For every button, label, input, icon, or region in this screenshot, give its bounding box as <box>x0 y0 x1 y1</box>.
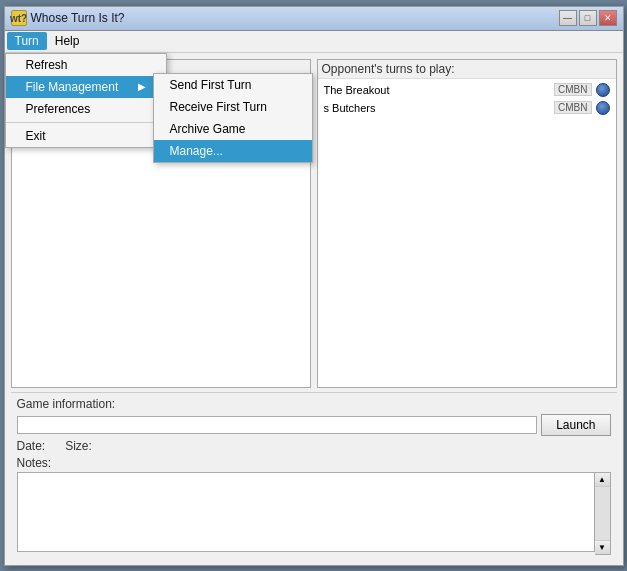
game-info-field[interactable] <box>17 416 538 434</box>
game-info-row: Game information: <box>17 397 611 411</box>
scroll-up-button[interactable]: ▲ <box>595 473 610 487</box>
minimize-button[interactable]: — <box>559 10 577 26</box>
size-label: Size: <box>65 439 92 453</box>
close-button[interactable]: ✕ <box>599 10 617 26</box>
game-row-2[interactable]: s Butchers CMBN <box>320 99 614 117</box>
window-title: Whose Turn Is It? <box>31 11 559 25</box>
launch-button[interactable]: Launch <box>541 414 610 436</box>
submenu-arrow-icon: ▶ <box>138 81 146 92</box>
dropdown-item-preferences[interactable]: Preferences <box>6 98 167 120</box>
menu-bar: Turn Help Refresh File Management ▶ Pref… <box>5 31 623 53</box>
game-globe-icon-1 <box>596 83 610 97</box>
date-size-row: Date: Size: <box>17 439 611 453</box>
game-badge-1: CMBN <box>554 83 591 96</box>
title-bar: wt? Whose Turn Is It? — □ ✕ <box>5 7 623 31</box>
dropdown-item-refresh[interactable]: Refresh <box>6 54 167 76</box>
submenu-item-manage[interactable]: Manage... <box>154 140 312 162</box>
submenu-item-archive-game[interactable]: Archive Game <box>154 118 312 140</box>
file-management-submenu: Send First Turn Receive First Turn Archi… <box>153 73 313 163</box>
app-icon: wt? <box>11 10 27 26</box>
size-row: Size: <box>65 439 92 453</box>
dropdown-item-file-management[interactable]: File Management ▶ <box>6 76 167 98</box>
game-info-field-row: Launch <box>17 414 611 436</box>
game-globe-icon-2 <box>596 101 610 115</box>
opponent-turns-header: Opponent's turns to play: <box>318 60 616 79</box>
date-row: Date: <box>17 439 46 453</box>
opponent-turns-panel: Opponent's turns to play: The Breakout C… <box>317 59 617 388</box>
dropdown-item-exit[interactable]: Exit <box>6 125 167 147</box>
menu-help[interactable]: Help <box>47 32 88 50</box>
window-controls: — □ ✕ <box>559 10 617 26</box>
game-row-1[interactable]: The Breakout CMBN <box>320 81 614 99</box>
date-label: Date: <box>17 439 46 453</box>
submenu-item-send-first-turn[interactable]: Send First Turn <box>154 74 312 96</box>
notes-outer <box>17 472 595 555</box>
game-badge-2: CMBN <box>554 101 591 114</box>
submenu-item-receive-first-turn[interactable]: Receive First Turn <box>154 96 312 118</box>
game-info-label: Game information: <box>17 397 116 411</box>
turn-dropdown: Refresh File Management ▶ Preferences Ex… <box>5 53 168 148</box>
app-window: wt? Whose Turn Is It? — □ ✕ Turn Help Re… <box>4 6 624 566</box>
game-name-2: s Butchers <box>324 102 551 114</box>
menu-turn[interactable]: Turn <box>7 32 47 50</box>
scroll-down-button[interactable]: ▼ <box>595 540 610 554</box>
scroll-track <box>595 487 610 540</box>
opponent-turns-content: The Breakout CMBN s Butchers CMBN <box>318 79 616 119</box>
notes-section: Notes: ▲ ▼ <box>17 456 611 555</box>
bottom-section: Game information: Launch Date: Size: Not… <box>11 392 617 559</box>
notes-scrollbar: ▲ ▼ <box>595 472 611 555</box>
menu-separator <box>6 122 167 123</box>
game-name-1: The Breakout <box>324 84 551 96</box>
notes-textarea[interactable] <box>17 472 595 552</box>
notes-label: Notes: <box>17 456 611 470</box>
maximize-button[interactable]: □ <box>579 10 597 26</box>
notes-area-container: ▲ ▼ <box>17 472 611 555</box>
